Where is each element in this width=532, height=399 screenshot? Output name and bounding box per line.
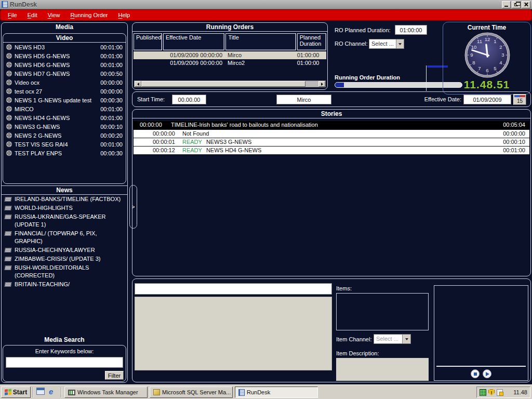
play-button[interactable] (483, 369, 491, 378)
start-button[interactable]: Start (1, 387, 31, 398)
menu-item-file[interactable]: File (3, 11, 22, 19)
video-item[interactable]: MIRCO00:01:00 (3, 104, 126, 113)
video-item[interactable]: NEWS HD300:01:00 (3, 43, 126, 51)
video-item-duration: 00:01:00 (96, 141, 123, 148)
close-button[interactable] (522, 1, 530, 8)
video-item-duration: 00:00:30 (96, 150, 123, 156)
task-label: Windows Task Manager (77, 389, 138, 395)
video-item[interactable]: TEST VIS SEG RAI400:01:00 (3, 140, 126, 149)
scrollbar-thumb[interactable] (141, 81, 305, 87)
running-orders-header: PublishedEffective DateTitlePlanned Dura… (134, 33, 326, 50)
running-orders-title: Running Orders (132, 23, 327, 32)
running-order-row[interactable]: 01/09/2009 00:00:00Mirco01:00:00 (134, 51, 326, 59)
video-item[interactable]: NEWS HD4 G-NEWS00:01:00 (3, 113, 126, 122)
news-item-title: RUSSIA-CHECHNYA/LAWYER (15, 246, 95, 254)
ro-effective-date: 01/09/2009 00:00:00 (163, 51, 225, 59)
update-icon[interactable] (497, 389, 503, 396)
column-header-planned-duration[interactable]: Planned Duration (297, 33, 326, 50)
news-item[interactable]: FINANCIAL/ (TOPWRAP 6, PIX, GRAPHIC) (2, 229, 127, 246)
video-item-duration: 00:00:10 (96, 124, 123, 130)
calendar-picker-button[interactable]: 15 (513, 94, 526, 105)
running-order-row[interactable]: 01/09/2009 00:00:00Mirco201:00:00 (134, 59, 326, 67)
menu-item-running-order[interactable]: Running Order (65, 11, 113, 19)
internet-explorer-icon[interactable]: e (49, 388, 53, 395)
story-row[interactable]: 00:00:00Not Found00:00:00 (134, 130, 529, 138)
items-list-box[interactable] (336, 293, 429, 330)
stories-panel: Stories 00:00:00TIMELINE-Irish banks' ro… (132, 109, 531, 276)
video-item[interactable]: Video ocx00:00:00 (3, 78, 126, 87)
ro-published (134, 59, 163, 67)
security-shield-icon[interactable]: ! (488, 389, 495, 396)
news-item[interactable]: ZIMBABWE-CRISIS/ (UPDATE 3) (2, 255, 127, 263)
news-item[interactable]: RUSSIA-UKRAINE/GAS-SPEAKER (UPDATE 1) (2, 212, 127, 229)
item-channel-select[interactable]: Select ... (374, 334, 411, 344)
seek-bar[interactable] (436, 366, 526, 367)
running-order-duration-label: Running Order Duration (335, 74, 400, 81)
network-icon[interactable] (480, 389, 486, 396)
ro-planned-duration-input[interactable] (395, 25, 427, 35)
column-header-effective-date[interactable]: Effective Date (163, 33, 224, 50)
restore-button[interactable] (512, 1, 521, 8)
menu-item-help[interactable]: Help (113, 11, 136, 19)
video-item-name: NEWS HD7 G-NEWS (15, 71, 96, 77)
story-row[interactable]: 00:00:01READYNEWS3 G-NEWS00:00:10 (134, 138, 529, 146)
menu-item-edit[interactable]: Edit (22, 11, 43, 19)
ro-channel-select[interactable]: Select ... (369, 39, 404, 49)
menu-item-view[interactable]: View (43, 11, 65, 19)
scroll-left-button[interactable] (135, 81, 141, 87)
video-item[interactable]: NEWS 2 G-NEWS00:00:20 (3, 131, 126, 140)
column-header-title[interactable]: Title (225, 33, 296, 50)
minimize-button[interactable] (502, 1, 511, 8)
news-panel-title: News (2, 185, 127, 195)
newspaper-icon (4, 197, 12, 202)
dropdown-arrow-button[interactable] (396, 39, 404, 48)
stop-button[interactable] (471, 369, 480, 378)
film-reel-icon (6, 106, 12, 112)
story-duration: 00:00:00 (498, 130, 529, 138)
news-item[interactable]: WORLD-HIGHLIGHTS (2, 204, 127, 212)
running-orders-scrollbar[interactable] (134, 81, 326, 87)
taskbar-button-rundesk[interactable]: RunDesk (235, 387, 318, 398)
story-row[interactable]: 00:00:12READYNEWS HD4 G-NEWS00:01:00 (134, 147, 529, 154)
item-title-input[interactable] (135, 283, 332, 295)
video-item-name: NEWS HD3 (15, 44, 96, 50)
video-item-duration: 00:00:50 (96, 71, 123, 77)
taskbar-button-microsoft-sql-server-ma-[interactable]: Microsoft SQL Server Ma... (150, 387, 233, 398)
video-item[interactable]: NEWS HD7 G-NEWS00:00:50 (3, 69, 126, 78)
svg-text:9: 9 (470, 52, 473, 58)
window-titlebar: RunDesk (0, 0, 532, 9)
film-reel-icon (6, 150, 12, 156)
svg-text:3: 3 (501, 52, 504, 58)
news-item[interactable]: BRITAIN-TEACHING/ (2, 280, 127, 289)
stories-list: 00:00:00TIMELINE-Irish banks' road to ba… (134, 121, 529, 155)
video-item[interactable]: NEWS 1 G-NEWS update test00:00:30 (3, 96, 126, 104)
video-item[interactable]: NEWS HD6 G-NEWS00:01:00 (3, 60, 126, 69)
news-item[interactable]: RUSSIA-CHECHNYA/LAWYER (2, 246, 127, 255)
video-item[interactable]: NEWS3 G-NEWS00:00:10 (3, 122, 126, 131)
media-sidebar: Media Video NEWS HD300:01:00NEWS HD5 G-N… (1, 22, 128, 383)
video-item-duration: 00:00:20 (96, 132, 123, 139)
video-item[interactable]: test ocx 2700:00:00 (3, 87, 126, 96)
news-item[interactable]: BUSH-WORLD/EDITORIALS (CORRECTED) (2, 263, 127, 280)
selected-ro-title-input[interactable] (276, 95, 331, 104)
scrollbar-track[interactable] (305, 81, 318, 87)
start-time-input[interactable] (172, 95, 206, 104)
taskbar-divider (33, 387, 34, 397)
dropdown-arrow-button[interactable] (402, 335, 410, 343)
newspaper-icon (4, 231, 12, 236)
show-desktop-icon[interactable] (36, 388, 45, 395)
search-keywords-input[interactable] (6, 357, 123, 368)
story-row[interactable]: 00:00:00TIMELINE-Irish banks' road to ba… (134, 121, 529, 129)
column-header-published[interactable]: Published (134, 33, 162, 50)
filter-button[interactable]: Filter (105, 371, 124, 380)
video-item[interactable]: TEST PLAY ENPS00:00:30 (3, 149, 126, 157)
effective-date-input[interactable] (463, 95, 511, 104)
scroll-right-button[interactable] (318, 81, 325, 87)
video-item[interactable]: NEWS HD5 G-NEWS00:01:00 (3, 51, 126, 60)
taskbar-button-windows-task-manager[interactable]: Windows Task Manager (64, 387, 148, 398)
news-item[interactable]: IRELAND-BANKS/TIMELINE (FACTBOX) (2, 195, 127, 204)
video-panel: Video NEWS HD300:01:00NEWS HD5 G-NEWS00:… (3, 33, 126, 184)
newspaper-icon (4, 282, 12, 287)
story-status: READY (182, 147, 202, 154)
film-reel-icon (6, 124, 12, 129)
